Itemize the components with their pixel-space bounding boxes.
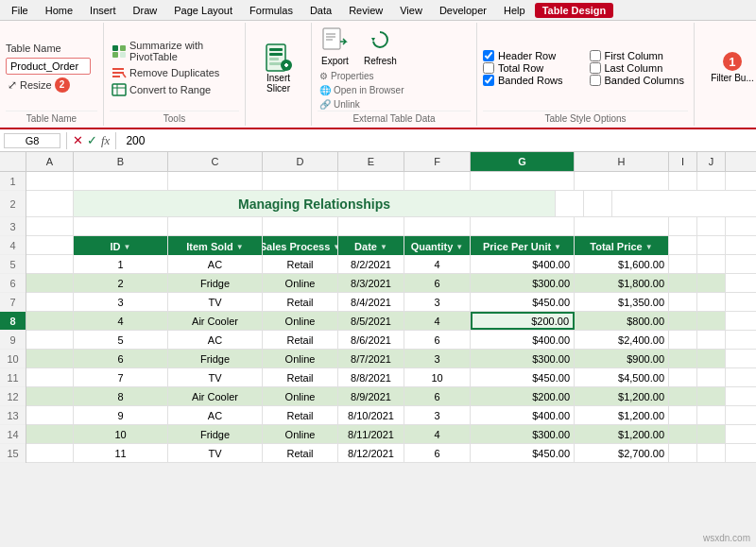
cell-B15[interactable]: 11 [74, 444, 168, 462]
cell-F7[interactable]: 3 [404, 293, 471, 311]
cell-D1[interactable] [263, 172, 338, 190]
col-header-j[interactable]: J [697, 152, 726, 171]
cell-G12[interactable]: $200.00 [471, 387, 575, 405]
confirm-formula-icon[interactable]: ✓ [87, 133, 97, 148]
cell-F1[interactable] [404, 172, 471, 190]
cell-D10[interactable]: Online [263, 350, 338, 368]
cell-F4[interactable]: Quantity▼ [404, 236, 471, 257]
cell-A6[interactable] [26, 274, 74, 292]
cell-I8[interactable] [669, 312, 697, 330]
col-header-f[interactable]: F [404, 152, 471, 171]
cell-F3[interactable] [404, 217, 471, 235]
col-header-d[interactable]: D [263, 152, 338, 171]
cell-E6[interactable]: 8/3/2021 [338, 274, 404, 292]
cell-E9[interactable]: 8/6/2021 [338, 331, 404, 349]
cell-F12[interactable]: 6 [404, 387, 471, 405]
cell-F11[interactable]: 10 [404, 368, 471, 386]
cell-E15[interactable]: 8/12/2021 [338, 444, 404, 462]
cell-C13[interactable]: AC [168, 406, 263, 424]
cell-E3[interactable] [338, 217, 404, 235]
insert-slicer-button[interactable]: InsertSlicer [258, 41, 300, 95]
cell-D13[interactable]: Retail [263, 406, 338, 424]
cell-E14[interactable]: 8/11/2021 [338, 425, 404, 443]
cell-C5[interactable]: AC [168, 255, 263, 273]
cell-B10[interactable]: 6 [74, 350, 168, 368]
cell-I14[interactable] [669, 425, 697, 443]
cell-H7[interactable]: $1,350.00 [575, 293, 669, 311]
cell-B11[interactable]: 7 [74, 368, 168, 386]
cell-C6[interactable]: Fridge [168, 274, 263, 292]
cell-E1[interactable] [338, 172, 404, 190]
last-col-checkbox[interactable] [590, 62, 601, 74]
cell-E4[interactable]: Date▼ [338, 236, 404, 257]
cell-J11[interactable] [697, 368, 726, 386]
cell-H4[interactable]: Total Price▼ [575, 236, 669, 257]
cancel-formula-icon[interactable]: ✕ [73, 133, 83, 148]
cell-C3[interactable] [168, 217, 263, 235]
cell-I10[interactable] [669, 350, 697, 368]
cell-D11[interactable]: Retail [263, 368, 338, 386]
cell-I12[interactable] [669, 387, 697, 405]
cell-J12[interactable] [697, 387, 726, 405]
cell-F14[interactable]: 4 [404, 425, 471, 443]
cell-I3[interactable] [669, 217, 697, 235]
menu-data[interactable]: Data [302, 3, 339, 18]
col-header-a[interactable]: A [26, 152, 74, 171]
cell-B9[interactable]: 5 [74, 331, 168, 349]
cell-E5[interactable]: 8/2/2021 [338, 255, 404, 273]
cell-H5[interactable]: $1,600.00 [575, 255, 669, 273]
cell-I1[interactable] [669, 172, 697, 190]
cell-B12[interactable]: 8 [74, 387, 168, 405]
cell-H14[interactable]: $1,200.00 [575, 425, 669, 443]
cell-I15[interactable] [669, 444, 697, 462]
cell-G4[interactable]: Price Per Unit▼ [471, 236, 575, 257]
menu-draw[interactable]: Draw [126, 3, 165, 18]
cell-C10[interactable]: Fridge [168, 350, 263, 368]
cell-E8[interactable]: 8/5/2021 [338, 312, 404, 330]
first-col-checkbox[interactable] [590, 50, 601, 61]
cell-I7[interactable] [669, 293, 697, 311]
cell-F8[interactable]: 4 [404, 312, 471, 330]
cell-G11[interactable]: $450.00 [471, 368, 575, 386]
cell-E7[interactable]: 8/4/2021 [338, 293, 404, 311]
menu-formulas[interactable]: Formulas [242, 3, 301, 18]
cell-A14[interactable] [26, 425, 74, 443]
cell-D4[interactable]: Sales Process▼ [263, 236, 338, 257]
cell-G5[interactable]: $400.00 [471, 255, 575, 273]
total-row-checkbox[interactable] [483, 62, 494, 74]
cell-J14[interactable] [697, 425, 726, 443]
cell-G13[interactable]: $400.00 [471, 406, 575, 424]
cell-A11[interactable] [26, 368, 74, 386]
cell-I2[interactable] [556, 191, 584, 216]
resize-button[interactable]: ⤢ Resize 2 [6, 77, 72, 94]
cell-A1[interactable] [26, 172, 74, 190]
cell-A13[interactable] [26, 406, 74, 424]
menu-help[interactable]: Help [496, 3, 533, 18]
cell-I13[interactable] [669, 406, 697, 424]
cell-J3[interactable] [697, 217, 726, 235]
banded-rows-checkbox[interactable] [483, 75, 494, 86]
cell-J15[interactable] [697, 444, 726, 462]
unlink-button[interactable]: 🔗 Unlink [318, 98, 471, 111]
cell-I6[interactable] [669, 274, 697, 292]
cell-H8[interactable]: $800.00 [575, 312, 669, 330]
cell-B6[interactable]: 2 [74, 274, 168, 292]
cell-A2[interactable] [26, 191, 74, 216]
cell-H9[interactable]: $2,400.00 [575, 331, 669, 349]
col-header-g[interactable]: G [471, 152, 575, 171]
cell-G8[interactable]: $200.00 [471, 312, 575, 330]
cell-A5[interactable] [26, 255, 74, 273]
cell-B4[interactable]: ID▼ [74, 236, 168, 257]
cell-B14[interactable]: 10 [74, 425, 168, 443]
cell-H11[interactable]: $4,500.00 [575, 368, 669, 386]
pivot-table-button[interactable]: Summarize with PivotTable [110, 39, 239, 63]
cell-J10[interactable] [697, 350, 726, 368]
export-button[interactable]: Export [318, 25, 352, 68]
cell-H3[interactable] [575, 217, 669, 235]
cell-I5[interactable] [669, 255, 697, 273]
cell-H10[interactable]: $900.00 [575, 350, 669, 368]
cell-D5[interactable]: Retail [263, 255, 338, 273]
cell-F13[interactable]: 3 [404, 406, 471, 424]
cell-I9[interactable] [669, 331, 697, 349]
col-header-b[interactable]: B [74, 152, 168, 171]
